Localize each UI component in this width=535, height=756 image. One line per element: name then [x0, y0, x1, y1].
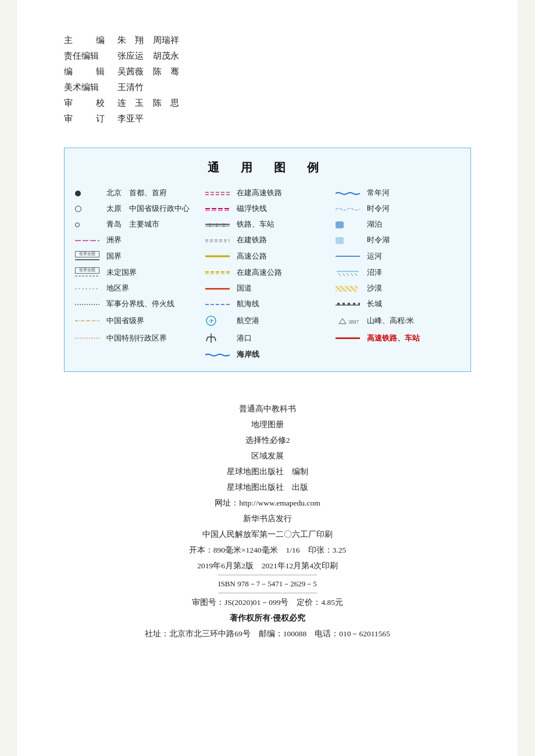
staff-names: 王清竹	[117, 82, 144, 93]
railway-symbol	[205, 221, 233, 228]
staff-names: 李亚平	[117, 113, 144, 124]
highway-symbol	[205, 253, 233, 259]
great-wall-symbol	[336, 302, 363, 307]
legend-item-seasonal-lake: 时令湖	[336, 234, 460, 246]
legend-item-seasonal-river: 时令河	[336, 203, 460, 215]
port-symbol	[205, 332, 233, 344]
airport-icon: ✈	[205, 315, 217, 327]
highway-under-const-symbol	[205, 270, 233, 275]
pub-line-1: 普通高中教科书	[64, 401, 471, 417]
legend-item-qingdao: 青岛 主要城市	[75, 218, 199, 231]
svg-text:3897: 3897	[348, 319, 359, 325]
legend-grid: 北京 首都、首府 在建高速铁路 常年河	[75, 187, 460, 361]
province-capital-symbol	[75, 206, 103, 212]
legend-item-undefined-border: 世界全图 未定国界	[75, 266, 199, 279]
legend-item-taiyuan: 太原 中国省级行政中心	[75, 203, 199, 215]
highway-icon	[205, 253, 230, 259]
national-border-icon: 世界全图	[75, 251, 99, 261]
maglev-icon	[205, 206, 230, 213]
province-border-symbol	[75, 318, 103, 324]
rail-under-const-icon	[205, 237, 230, 244]
role-label: 责任编辑	[64, 51, 106, 62]
legend-title: 通 用 图 例	[75, 160, 460, 175]
sea-route-symbol	[205, 302, 233, 307]
railway-icon	[205, 221, 230, 228]
filled-dot-icon	[75, 191, 81, 196]
pub-copyright: 著作权所有·侵权必究	[64, 610, 471, 626]
airport-symbol: ✈	[205, 315, 233, 327]
legend-item-swamp: 沼泽	[336, 266, 460, 279]
canal-icon	[336, 253, 360, 259]
mountain-icon: 3897	[336, 317, 360, 325]
staff-row-5: 审校 连 玉 陈 思	[64, 98, 471, 109]
desert-icon	[336, 286, 358, 292]
district-border-symbol	[75, 286, 103, 292]
circle-dot-icon	[75, 206, 81, 212]
great-wall-icon	[336, 302, 360, 307]
legend-item-military-line: 军事分界线、停火线	[75, 298, 199, 310]
pub-line-7: 网址：http://www.emapedu.com	[64, 495, 471, 511]
legend-item-port: 港口	[205, 331, 330, 345]
staff-names: 吴茜薇 陈 骞	[117, 66, 179, 77]
legend-item-airport: ✈ 航空港	[205, 314, 330, 328]
legend-item-sea-route: 航海线	[205, 298, 330, 310]
svg-rect-32	[353, 303, 355, 305]
staff-names: 张应运 胡茂永	[117, 51, 179, 62]
perennial-river-icon	[336, 190, 360, 197]
national-road-icon	[205, 286, 230, 292]
hsr-under-const-symbol	[205, 190, 233, 197]
legend-item-lake: 湖泊	[336, 218, 460, 231]
continent-border-symbol	[75, 238, 103, 243]
continent-border-icon	[75, 238, 99, 243]
swamp-symbol	[336, 269, 363, 276]
legend-item-canal: 运河	[336, 250, 460, 263]
svg-text:✈: ✈	[209, 317, 214, 324]
seasonal-river-symbol	[336, 206, 363, 213]
staff-row-3: 编辑 吴茜薇 陈 骞	[64, 66, 471, 77]
seasonal-lake-icon	[336, 237, 344, 244]
hsr-station-symbol	[336, 335, 363, 341]
svg-line-42	[206, 337, 208, 341]
pub-line-3: 选择性必修2	[64, 432, 471, 448]
legend-item-rail-under-const: 在建铁路	[205, 234, 330, 246]
svg-rect-31	[348, 303, 350, 305]
legend-item-coastline: 海岸线	[205, 349, 330, 361]
staff-row-4: 美术编辑 王清竹	[64, 82, 471, 93]
legend-item-mountain: 3897 山峰、高程/米	[336, 314, 460, 328]
coastline-symbol	[205, 351, 233, 359]
svg-line-22	[351, 273, 353, 276]
legend-item-continent-border: 洲界	[75, 234, 199, 246]
staff-section: 主编 朱 翔 周瑞祥 责任编辑 张应运 胡茂永 编辑 吴茜薇 陈 骞 美术编辑	[64, 35, 471, 124]
district-border-icon	[75, 286, 99, 292]
legend-item-railway: 铁路、车站	[205, 218, 330, 231]
pub-line-11: 2019年6月第2版 2021年12月第4次印刷	[64, 558, 471, 574]
pub-line-8: 新华书店发行	[64, 511, 471, 526]
role-label: 美术编辑	[64, 82, 106, 93]
role-label: 主编	[64, 35, 106, 46]
swamp-icon	[336, 269, 360, 276]
page: 主编 朱 翔 周瑞祥 责任编辑 张应运 胡茂永 编辑 吴茜薇 陈 骞 美术编辑	[17, 0, 518, 756]
seasonal-lake-symbol	[336, 237, 363, 244]
svg-rect-33	[358, 303, 360, 305]
national-border-symbol: 世界全图	[75, 251, 103, 261]
svg-rect-29	[337, 303, 340, 305]
province-border-icon	[75, 318, 99, 324]
legend-item-national-border: 世界全图 国界	[75, 250, 199, 263]
small-circle-icon	[75, 223, 80, 227]
seasonal-river-icon	[336, 206, 360, 213]
mountain-symbol: 3897	[336, 317, 363, 325]
svg-line-20	[343, 273, 345, 276]
hsr-station-icon	[336, 335, 360, 341]
military-line-symbol	[75, 302, 103, 307]
svg-line-19	[338, 273, 341, 276]
coastline-icon	[205, 351, 230, 359]
perennial-river-symbol	[336, 190, 363, 197]
legend-item-national-road: 国道	[205, 282, 330, 295]
staff-row-2: 责任编辑 张应运 胡茂永	[64, 51, 471, 62]
pub-line-2: 地理图册	[64, 417, 471, 432]
role-label: 审校	[64, 98, 106, 109]
pub-isbn: ISBN 978－7－5471－2629－5	[218, 575, 316, 593]
role-label: 编辑	[64, 66, 106, 77]
role-label: 审订	[64, 113, 106, 124]
legend-item-province-border: 中国省级界	[75, 314, 199, 328]
